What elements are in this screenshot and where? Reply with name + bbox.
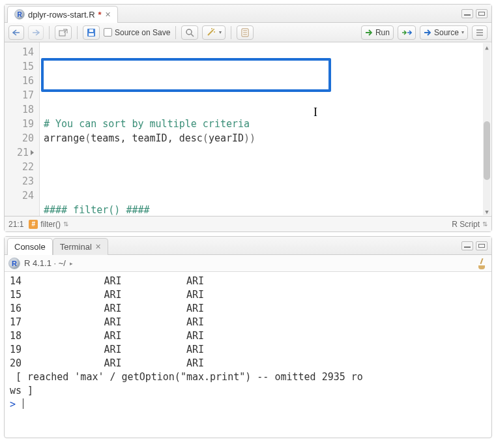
console-tab[interactable]: Console (7, 238, 53, 255)
close-icon[interactable]: ✕ (95, 243, 101, 251)
arrow-right-icon (32, 29, 40, 36)
svg-rect-3 (89, 33, 94, 36)
console-context-text: R 4.1.1 · ~/ (24, 258, 66, 268)
scroll-thumb[interactable] (484, 121, 490, 180)
svg-line-6 (208, 30, 213, 35)
rerun-button[interactable] (398, 25, 416, 40)
svg-point-7 (213, 29, 214, 30)
toolbar-separator (175, 26, 176, 39)
magnifier-icon (185, 28, 194, 37)
source-toolbar: Source on Save ▾ Run Source ▾ (5, 23, 491, 42)
svg-line-5 (191, 34, 194, 37)
run-arrow-icon (365, 29, 373, 36)
svg-rect-0 (59, 31, 65, 36)
find-button[interactable] (181, 25, 198, 40)
floppy-icon (87, 28, 96, 37)
source-arrow-icon (424, 29, 431, 36)
terminal-tab-label: Terminal (60, 242, 92, 252)
dropdown-caret-icon: ▾ (461, 29, 464, 35)
console-context-bar: R R 4.1.1 · ~/ ▸ (5, 255, 491, 272)
compile-report-button[interactable] (237, 25, 254, 40)
popout-icon (59, 29, 68, 37)
console-pane: Console Terminal ✕ R R 4.1.1 · ~/ ▸ 14 A… (4, 236, 492, 438)
line-number-gutter: 1415161718192021222324 (5, 42, 40, 216)
svg-point-4 (186, 29, 192, 35)
clear-console-button[interactable] (476, 258, 488, 269)
scroll-up-icon[interactable]: ▲ (484, 44, 489, 50)
source-label: Source (434, 28, 459, 37)
code-tools-button[interactable]: ▾ (202, 25, 226, 40)
source-file-tab[interactable]: R dplyr-rows-start.R* ✕ (7, 6, 118, 23)
toolbar-separator (231, 26, 231, 39)
outline-icon (476, 29, 484, 37)
pane-window-controls (461, 9, 491, 18)
code-area[interactable]: I # You can sort by multiple criteriaarr… (40, 42, 491, 216)
source-pane: R dplyr-rows-start.R* ✕ Source on Save (4, 4, 492, 232)
toolbar-separator (77, 26, 78, 39)
svg-rect-2 (89, 29, 93, 32)
section-name: filter() (40, 220, 61, 229)
code-editor[interactable]: 1415161718192021222324 I # You can sort … (5, 42, 491, 216)
console-tabbar: Console Terminal ✕ (5, 237, 491, 255)
language-selector[interactable]: R Script ⇅ (452, 220, 488, 229)
source-button[interactable]: Source ▾ (420, 25, 468, 40)
checkbox-icon (104, 28, 112, 37)
maximize-pane-button[interactable] (476, 9, 488, 18)
svg-point-9 (211, 28, 212, 29)
console-tab-label: Console (14, 242, 46, 252)
run-button[interactable]: Run (361, 25, 394, 40)
section-navigator[interactable]: # filter() ⇅ (29, 220, 68, 229)
scroll-down-icon[interactable]: ▼ (484, 209, 489, 214)
pane-window-controls (461, 241, 491, 250)
r-logo-icon: R (8, 258, 20, 269)
rerun-icon (401, 29, 412, 37)
wand-icon (206, 28, 216, 37)
source-on-save-checkbox[interactable]: Source on Save (104, 28, 170, 37)
back-button[interactable] (8, 25, 24, 40)
terminal-tab[interactable]: Terminal ✕ (53, 238, 108, 255)
editor-scrollbar[interactable]: ▲ ▼ (483, 43, 491, 215)
updown-icon: ⇅ (482, 220, 488, 228)
save-button[interactable] (83, 25, 100, 40)
forward-button[interactable] (28, 25, 44, 40)
text-caret-icon: I (314, 105, 317, 119)
console-output[interactable]: 14 ARI ARI 15 ARI ARI 16 ARI ARI 17 ARI … (5, 272, 491, 438)
show-in-new-window-button[interactable] (55, 25, 72, 40)
r-file-icon: R (14, 9, 25, 20)
svg-point-8 (214, 31, 215, 33)
section-hash-icon: # (29, 220, 38, 229)
toolbar-separator (49, 26, 50, 39)
language-label: R Script (452, 220, 480, 229)
arrow-left-icon (12, 29, 20, 36)
cursor-position: 21:1 (8, 220, 23, 229)
source-on-save-label: Source on Save (115, 28, 170, 37)
maximize-pane-button[interactable] (476, 241, 488, 250)
context-menu-caret-icon[interactable]: ▸ (70, 260, 73, 267)
notebook-icon (241, 28, 250, 37)
run-label: Run (375, 28, 390, 37)
close-icon[interactable]: ✕ (105, 10, 111, 19)
instructor-highlight-box (41, 58, 331, 92)
source-statusbar: 21:1 # filter() ⇅ R Script ⇅ (5, 216, 491, 231)
tab-modified-indicator: * (98, 10, 102, 20)
minimize-pane-button[interactable] (461, 9, 473, 18)
tab-filename: dplyr-rows-start.R (28, 10, 95, 20)
updown-icon: ⇅ (63, 220, 68, 228)
outline-button[interactable] (472, 25, 488, 40)
dropdown-caret-icon: ▾ (219, 29, 222, 35)
minimize-pane-button[interactable] (461, 241, 473, 250)
source-tabbar: R dplyr-rows-start.R* ✕ (5, 5, 491, 23)
